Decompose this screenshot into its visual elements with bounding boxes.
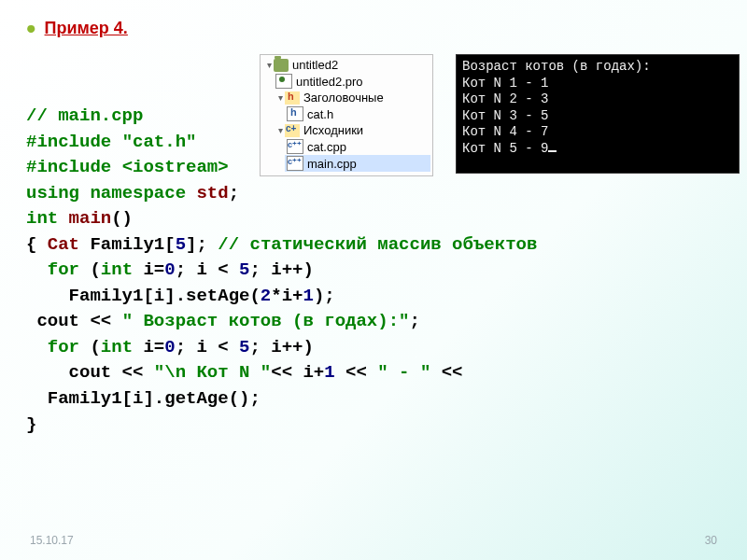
console-output: Возраст котов (в годах): Кот N 1 - 1 Кот…: [456, 54, 740, 174]
code-num: 5: [239, 259, 249, 280]
tree-label: cat.cpp: [307, 140, 346, 154]
code-id: std: [196, 183, 228, 203]
code-text: <<: [335, 362, 378, 383]
console-line: Кот N 2 - 3: [462, 91, 548, 106]
code-text: ; i <: [176, 337, 239, 357]
code-punc: );: [314, 286, 335, 306]
code-text: Family1[i].getAge();: [26, 388, 261, 409]
code-num: 5: [176, 234, 186, 255]
console-line: Кот N 4 - 7: [462, 124, 548, 139]
code-num: 1: [324, 362, 334, 383]
slide-title: Пример 4.: [45, 19, 128, 37]
code-punc: ;: [229, 183, 239, 203]
code-id: main: [69, 208, 112, 229]
tree-header-file[interactable]: cat.h: [285, 105, 430, 122]
chevron-down-icon: ▾: [275, 125, 285, 135]
code-num: 1: [303, 286, 313, 306]
code-num: 0: [164, 259, 175, 280]
tree-label: cat.h: [307, 107, 333, 121]
code-text: <<: [430, 362, 462, 383]
code-str: " Возраст котов (в годах):": [122, 311, 410, 331]
code-type: int: [101, 259, 144, 280]
headers-folder-icon: [285, 91, 300, 105]
code-text: i=: [143, 337, 164, 357]
code-punc: (: [90, 337, 100, 357]
slide-title-row: • Пример 4.: [26, 19, 721, 38]
code-text: Family1[i].setAge(: [26, 286, 261, 306]
tree-source-file-selected[interactable]: main.cpp: [285, 155, 430, 172]
code-text: ; i++): [249, 259, 313, 280]
code-str: "cat.h": [122, 132, 197, 152]
code-num: 2: [261, 286, 271, 306]
code-kw: for: [26, 337, 90, 357]
sources-folder-icon: [285, 124, 300, 137]
tree-label: Исходники: [303, 123, 363, 137]
code-num: 0: [164, 337, 175, 357]
code-text: Family1[: [79, 234, 176, 255]
code-kw: using: [26, 183, 90, 203]
code-text: ; i++): [249, 337, 313, 357]
console-line: Кот N 1 - 1: [462, 76, 548, 91]
cpp-file-icon: [287, 139, 303, 154]
code-punc: ];: [186, 234, 218, 255]
project-file-icon: [275, 74, 292, 89]
folder-icon: [274, 59, 289, 72]
code-type: int: [26, 208, 69, 229]
tree-headers-folder[interactable]: ▾ Заголовочные: [274, 90, 430, 105]
code-punc: {: [26, 234, 48, 255]
tree-source-file[interactable]: cat.cpp: [285, 138, 430, 155]
tree-root[interactable]: ▾ untitled2: [262, 57, 430, 73]
code-text: ; i <: [176, 259, 239, 280]
chevron-down-icon: ▾: [264, 60, 274, 70]
tree-label: main.cpp: [307, 157, 357, 171]
code-comment: // статический массив объектов: [218, 234, 537, 255]
slide-footer: 15.10.17 30: [30, 534, 717, 547]
tree-sources-folder[interactable]: ▾ Исходники: [274, 122, 430, 138]
console-line: Возраст котов (в годах):: [462, 59, 651, 74]
chevron-down-icon: ▾: [275, 92, 285, 103]
tree-label: Заголовочные: [303, 91, 384, 105]
console-line: Кот N 3 - 5: [462, 108, 548, 123]
code-type: int: [101, 337, 144, 357]
code-kw: for: [26, 259, 90, 280]
code-punc: }: [26, 414, 36, 435]
bullet-icon: •: [26, 13, 36, 44]
code-str: "\n Кот N ": [154, 362, 271, 383]
console-line: Кот N 5 - 9: [462, 141, 548, 156]
code-kw: namespace: [90, 183, 196, 203]
code-comment: // main.cpp: [26, 105, 143, 126]
cpp-file-icon: [287, 156, 303, 171]
code-punc: (): [111, 208, 133, 229]
cursor-icon: [548, 150, 557, 152]
code-text: *i+: [271, 286, 303, 306]
tree-pro[interactable]: untitled2.pro: [274, 73, 430, 90]
project-tree: ▾ untitled2 untitled2.pro ▾ Заголовочные…: [260, 54, 433, 176]
code-text: i=: [143, 259, 164, 280]
code-kw: #include: [26, 132, 122, 152]
tree-label: untitled2: [292, 58, 338, 72]
h-file-icon: [287, 106, 303, 121]
code-num: 5: [239, 337, 249, 357]
code-str: " - ": [377, 362, 430, 383]
code-punc: (: [90, 259, 100, 280]
code-text: << i+: [271, 362, 324, 383]
code-text: cout <<: [26, 311, 122, 331]
footer-date: 15.10.17: [30, 534, 74, 547]
code-punc: ;: [409, 311, 419, 331]
tree-label: untitled2.pro: [296, 75, 363, 89]
code-text: cout <<: [26, 362, 154, 383]
code-kw: #include: [26, 157, 122, 177]
code-str: <iostream>: [122, 157, 229, 177]
code-id: Cat: [48, 234, 79, 255]
footer-page: 30: [705, 534, 717, 547]
